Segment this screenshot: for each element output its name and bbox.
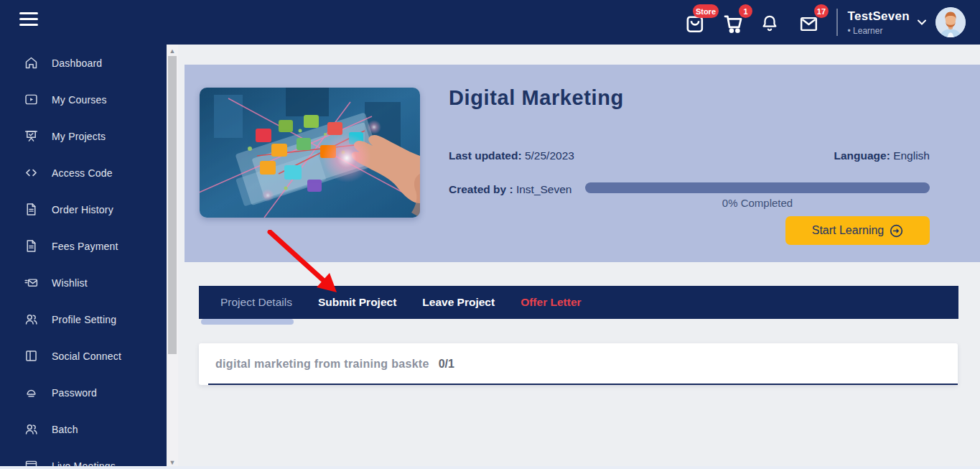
language-value: English	[890, 149, 930, 162]
course-title: Digital Marketing	[449, 86, 624, 110]
tab-offer-letter[interactable]: Offer Letter	[508, 296, 594, 309]
store-badge: Store	[693, 4, 719, 18]
project-row-title: digital marketing from training baskte	[215, 358, 429, 371]
language-label: Language:	[834, 149, 890, 162]
window-icon	[24, 348, 39, 363]
tab-submit-project[interactable]: Submit Project	[305, 296, 409, 309]
sidebar-item-label: My Courses	[52, 94, 107, 106]
created-by-label: Created by :	[449, 183, 513, 195]
sidebar-item-label: Batch	[52, 424, 78, 435]
footer-strip	[0, 466, 980, 469]
sidebar-item-label: My Projects	[52, 131, 106, 142]
active-tab-indicator	[201, 319, 294, 325]
cart-badge: 1	[739, 4, 752, 18]
project-row-count: 0/1	[439, 358, 454, 371]
video-icon	[24, 92, 39, 107]
sidebar-item-dashboard[interactable]: Dashboard	[0, 45, 167, 81]
people-icon	[24, 312, 39, 327]
main-content: Digital Marketing Last updated: 5/25/202…	[178, 45, 980, 469]
progress-label: 0% Completed	[585, 197, 930, 209]
sidebar-menu: Dashboard My Courses My Projects Access …	[0, 45, 167, 469]
topbar: Store 1 17 TestSeven • Learner	[0, 0, 980, 45]
store-button[interactable]: Store	[683, 9, 707, 35]
progress-bar	[585, 182, 930, 193]
messages-button[interactable]: 17	[797, 9, 821, 35]
sidebar-item-label: Access Code	[52, 167, 113, 179]
sidebar-item-password[interactable]: Password	[0, 374, 167, 411]
scroll-up-icon[interactable]: ▲	[167, 46, 178, 56]
scrollbar: ▲ ▼	[167, 45, 178, 469]
course-header-banner: Digital Marketing Last updated: 5/25/202…	[185, 65, 980, 262]
sidebar-item-label: Order History	[52, 204, 113, 215]
sidebar-item-access-code[interactable]: Access Code	[0, 154, 167, 191]
sidebar-item-label: Social Connect	[52, 350, 121, 362]
language: Language: English	[834, 149, 930, 162]
sidebar-item-label: Password	[52, 387, 97, 399]
created-by-value: Inst_Seven	[513, 183, 572, 195]
tab-leave-project[interactable]: Leave Project	[409, 296, 508, 309]
avatar[interactable]	[935, 7, 966, 37]
project-tabs: Project Details Submit Project Leave Pro…	[199, 286, 958, 319]
cart-button[interactable]: 1	[721, 9, 745, 35]
user-role: • Learner	[848, 26, 910, 36]
sidebar-item-my-courses[interactable]: My Courses	[0, 81, 167, 118]
sidebar-item-label: Profile Setting	[52, 314, 116, 325]
people-icon	[24, 422, 39, 437]
sidebar-item-profile-setting[interactable]: Profile Setting	[0, 301, 167, 338]
created-by: Created by : Inst_Seven	[449, 183, 571, 196]
sidebar-item-order-history[interactable]: Order History	[0, 191, 167, 228]
last-updated-value: 5/25/2023	[522, 149, 574, 162]
document-icon	[24, 202, 39, 217]
topbar-divider	[836, 9, 838, 36]
user-name: TestSeven	[848, 9, 910, 24]
dome-icon	[24, 385, 39, 400]
sidebar-item-social-connect[interactable]: Social Connect	[0, 338, 167, 374]
sidebar-item-label: Dashboard	[52, 57, 102, 69]
messages-badge: 17	[814, 4, 829, 18]
sidebar-item-label: Fees Payment	[52, 241, 118, 252]
mail-lines-icon	[24, 275, 39, 290]
project-row[interactable]: digital marketing from training baskte 0…	[199, 343, 958, 385]
start-learning-button[interactable]: Start Learning	[785, 216, 930, 245]
sidebar-item-label: Wishlist	[52, 277, 88, 289]
tab-project-details[interactable]: Project Details	[207, 296, 305, 309]
home-icon	[24, 55, 39, 70]
chevron-down-icon	[917, 19, 927, 26]
start-learning-label: Start Learning	[812, 224, 885, 237]
last-updated-label: Last updated:	[449, 149, 522, 162]
project-row-underline	[208, 384, 958, 385]
sidebar-item-my-projects[interactable]: My Projects	[0, 118, 167, 154]
sidebar-item-batch[interactable]: Batch	[0, 411, 167, 447]
last-updated: Last updated: 5/25/2023	[449, 149, 574, 162]
notifications-button[interactable]	[759, 9, 783, 35]
presentation-icon	[24, 129, 39, 144]
bell-icon	[759, 11, 780, 35]
sidebar-item-wishlist[interactable]: Wishlist	[0, 264, 167, 301]
code-icon	[24, 165, 39, 180]
scrollbar-thumb[interactable]	[168, 56, 177, 354]
circle-arrow-icon	[890, 224, 903, 238]
course-thumbnail	[200, 88, 420, 218]
user-menu[interactable]: TestSeven • Learner	[848, 7, 966, 37]
hamburger-menu-button[interactable]	[19, 12, 38, 27]
sidebar: Dashboard My Courses My Projects Access …	[0, 0, 167, 469]
document-icon	[24, 238, 39, 254]
app-window: Dashboard My Courses My Projects Access …	[0, 0, 980, 469]
sidebar-item-fees-payment[interactable]: Fees Payment	[0, 228, 167, 264]
